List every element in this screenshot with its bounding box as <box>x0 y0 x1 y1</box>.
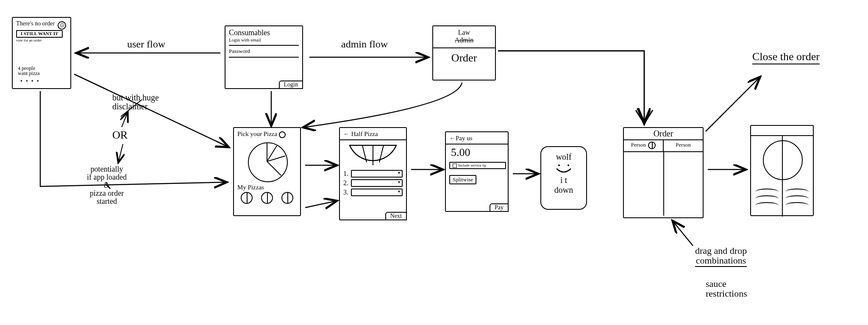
pay-amount: 5.00 <box>451 146 503 159</box>
half-row-3-dropdown[interactable]: ▾ <box>351 189 403 196</box>
my-pizzas-label: My Pizzas <box>237 184 297 191</box>
screen-author: Law Admin Order <box>432 25 496 81</box>
vote-sub: vote for an order <box>16 39 67 43</box>
checkbox-icon <box>453 164 457 168</box>
mini-pizza-icon <box>281 192 293 204</box>
circle-icon <box>279 131 286 138</box>
pizza-pie-chart <box>248 142 286 181</box>
login-button[interactable]: Login <box>279 81 303 89</box>
ann-app-loaded: potentially if app loaded & pizza order … <box>87 165 127 205</box>
order-split-left-header: Person <box>624 140 664 151</box>
svg-line-5 <box>362 145 367 162</box>
svg-line-14 <box>119 144 123 161</box>
svg-line-6 <box>379 145 384 162</box>
half-title: ← Half Pizza <box>343 131 403 138</box>
pay-button[interactable]: Pay <box>490 203 509 212</box>
login-sub: Login with email <box>229 37 299 42</box>
i-still-want-it-button[interactable]: I STILL WANT IT <box>16 30 63 38</box>
chevron-down-icon: ▾ <box>398 189 400 194</box>
pay-title: ←Pay us <box>449 135 504 142</box>
half-row-3-label: 3. <box>343 189 348 196</box>
screen-combined-pizza <box>750 125 814 216</box>
sad-face-icon: ☹ <box>58 21 66 30</box>
ann-drag-drop: drag and drop combinations <box>695 246 747 267</box>
svg-point-7 <box>558 164 560 166</box>
ann-or: OR <box>112 129 128 141</box>
wolf-l1: wolf <box>541 152 586 162</box>
author-law: Law <box>437 29 492 36</box>
back-icon[interactable]: ← <box>449 135 456 142</box>
half-row-1-label: 1. <box>343 170 348 178</box>
svg-line-13 <box>122 114 127 127</box>
mini-pizza-icon <box>261 192 273 204</box>
screen-pick-pizza: Pick your Pizza My Pizzas <box>233 127 301 216</box>
half-row-2-label: 2. <box>343 179 348 187</box>
svg-line-21 <box>674 222 693 246</box>
chevron-down-icon: ▾ <box>398 180 400 184</box>
svg-line-16 <box>305 201 335 208</box>
ann-disclaimer: but with huge disclaimer <box>112 93 159 111</box>
ann-close-order: Close the order <box>752 51 820 62</box>
wolf-l3: down <box>541 185 586 195</box>
half-pizza-icon <box>343 142 403 167</box>
password-label: Password <box>229 48 299 54</box>
pick-title: Pick your Pizza <box>237 131 297 138</box>
order-split-right-header: Person <box>664 140 703 151</box>
dots-icon: •••• <box>20 78 42 85</box>
label-admin-flow: admin flow <box>341 39 388 50</box>
my-pizzas-row <box>237 192 297 204</box>
chevron-down-icon: ▾ <box>398 170 400 175</box>
author-admin-struck: Admin <box>437 36 492 44</box>
svg-point-8 <box>568 164 569 166</box>
smile-icon <box>553 163 574 175</box>
label-user-flow: user flow <box>127 39 165 50</box>
wolf-l2: i t <box>541 175 586 185</box>
back-icon[interactable]: ← <box>343 131 350 137</box>
login-title: Consumables <box>229 29 299 37</box>
screen-wolf-it-down: wolf i t down <box>540 146 587 210</box>
screen-half-pizza: ← Half Pizza 1.▾ 2.▾ 3.▾ Next <box>339 127 407 220</box>
people-want-pizza: 4 people want pizza <box>18 66 40 76</box>
half-row-1-dropdown[interactable]: ▾ <box>351 170 403 178</box>
screen-login: Consumables Login with email Password Lo… <box>225 25 303 89</box>
ann-sauce: sauce restrictions <box>706 279 747 298</box>
screen-pay: ←Pay us 5.00 Include service tip Splitwi… <box>445 131 509 212</box>
include-tip-checkbox[interactable]: Include service tip <box>449 162 506 169</box>
screen-order-split: Order Person Person <box>623 127 704 218</box>
mini-pizza-icon <box>648 142 656 149</box>
mini-pizza-icon <box>241 192 253 204</box>
splitwise-button[interactable]: Splitwise <box>449 175 476 184</box>
screen-no-order: There's no order ☹ I STILL WANT IT vote … <box>12 17 71 89</box>
order-split-title: Order <box>624 128 703 139</box>
wireframe-flow-diagram: There's no order ☹ I STILL WANT IT vote … <box>0 0 868 325</box>
author-order: Order <box>437 52 492 64</box>
half-row-2-dropdown[interactable]: ▾ <box>351 179 403 187</box>
svg-line-20 <box>706 78 759 131</box>
next-button[interactable]: Next <box>385 212 407 220</box>
